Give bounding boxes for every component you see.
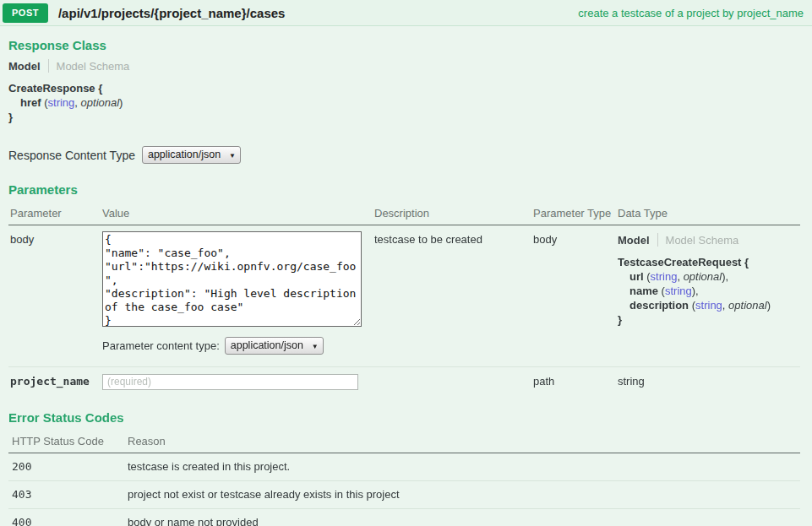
parameter-content-type-label: Parameter content type:: [102, 339, 220, 352]
operation-summary[interactable]: create a testcase of a project by projec…: [578, 7, 804, 19]
tab-model-schema[interactable]: Model Schema: [666, 234, 739, 247]
operation-header[interactable]: POST /api/v1/projects/{project_name}/cas…: [0, 0, 812, 26]
param-value-body: { "name": "case_foo", "url":"https://wik…: [102, 225, 374, 367]
project-name-input[interactable]: [102, 374, 358, 390]
model-name: TestcaseCreateRequest {: [618, 255, 800, 269]
body-model-signature: TestcaseCreateRequest { url (string, opt…: [618, 255, 800, 327]
param-name-body: body: [8, 225, 102, 367]
model-property: href (string, optional): [8, 95, 800, 110]
response-content-type-row: Response Content Type application/json ▼: [8, 146, 800, 164]
col-http-status-code: HTTP Status Code: [8, 431, 128, 453]
parameters-table: Parameter Value Description Parameter Ty…: [8, 203, 800, 390]
param-data-type-body: Model Model Schema TestcaseCreateRequest…: [618, 225, 800, 367]
model-name: CreateResponse {: [8, 81, 800, 95]
model-close-brace: }: [8, 110, 800, 124]
error-status-codes-heading: Error Status Codes: [8, 410, 800, 425]
parameter-content-type-select[interactable]: application/json: [225, 337, 324, 355]
operation-content: Response Class Model Model Schema Create…: [0, 26, 812, 526]
model-close-brace: }: [618, 312, 800, 327]
param-value-project-name: [102, 367, 374, 390]
tab-model-schema[interactable]: Model Schema: [57, 60, 130, 73]
param-description-body: testcase to be created: [374, 225, 533, 367]
status-code: 400: [8, 509, 128, 526]
error-status-codes-section: Error Status Codes HTTP Status Code Reas…: [8, 410, 800, 526]
operation-path-link[interactable]: /api/v1/projects/{project_name}/cases: [58, 6, 285, 20]
col-reason: Reason: [128, 431, 800, 453]
status-code: 200: [8, 453, 128, 481]
col-parameter: Parameter: [8, 203, 102, 225]
col-data-type: Data Type: [618, 203, 800, 225]
response-content-type-select-wrap: application/json ▼: [142, 146, 241, 164]
param-description-project-name: [374, 367, 533, 390]
tab-separator: [48, 59, 49, 73]
response-content-type-label: Response Content Type: [8, 149, 135, 162]
tab-model[interactable]: Model: [618, 234, 650, 247]
param-type-body: body: [533, 225, 618, 367]
model-property: description (string, optional): [618, 298, 800, 312]
parameters-heading: Parameters: [8, 182, 800, 197]
model-property: url (string, optional),: [618, 269, 800, 284]
error-status-codes-table: HTTP Status Code Reason 200 testcase is …: [8, 431, 800, 526]
tab-model[interactable]: Model: [8, 60, 41, 73]
param-type-project-name: path: [533, 367, 618, 390]
status-reason: body or name not provided: [128, 509, 800, 526]
col-description: Description: [374, 203, 533, 225]
response-class-heading: Response Class: [8, 38, 800, 52]
parameter-content-type-select-wrap: application/json ▼: [225, 337, 324, 355]
response-class-signature: CreateResponse { href (string, optional)…: [8, 81, 800, 124]
status-reason: project not exist or testcase already ex…: [128, 481, 800, 509]
col-value: Value: [102, 203, 374, 225]
status-reason: testcase is created in this project.: [128, 453, 800, 481]
param-name-project-name: project_name: [8, 367, 102, 390]
body-model-tabs: Model Model Schema: [618, 233, 800, 247]
status-code: 403: [8, 481, 128, 509]
col-parameter-type: Parameter Type: [533, 203, 618, 225]
parameter-content-type-row: Parameter content type: application/json…: [102, 337, 374, 355]
param-data-type-project-name: string: [618, 367, 800, 390]
model-property: name (string),: [618, 284, 800, 298]
tab-separator: [657, 233, 658, 247]
response-class-tabs: Model Model Schema: [8, 59, 800, 73]
http-method-badge: POST: [3, 3, 48, 23]
body-json-textarea[interactable]: { "name": "case_foo", "url":"https://wik…: [102, 231, 362, 327]
response-content-type-select[interactable]: application/json: [142, 146, 241, 164]
